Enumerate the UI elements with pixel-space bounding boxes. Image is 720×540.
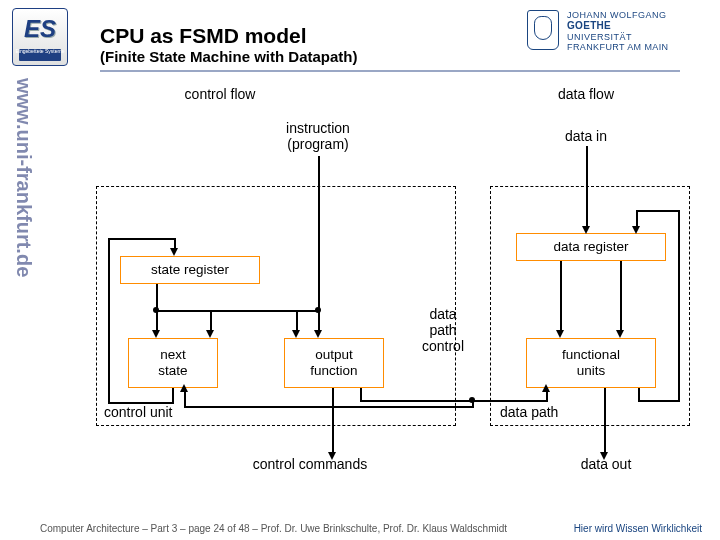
- footer: Computer Architecture – Part 3 – page 24…: [40, 523, 507, 534]
- next-state: next state: [128, 338, 218, 388]
- label-data-in: data in: [526, 128, 646, 144]
- label-data-flow: data flow: [526, 86, 646, 102]
- label-instruction: instruction(program): [258, 120, 378, 152]
- es-logo-caption: Eingebettete Systeme: [12, 48, 68, 54]
- uni-line4: FRANKFURT AM MAIN: [567, 42, 668, 52]
- title-rule: [100, 70, 680, 72]
- page-subtitle: (Finite State Machine with Datapath): [100, 48, 358, 65]
- es-logo: [12, 8, 68, 66]
- control-unit-box: [96, 186, 456, 426]
- university-logo: JOHANN WOLFGANG GOETHE UNIVERSITÄT FRANK…: [527, 10, 702, 60]
- state-register: state register: [120, 256, 260, 284]
- sidebar-watermark: [0, 70, 34, 488]
- diagram: control flow data flow instruction(progr…: [60, 78, 700, 510]
- output-function: output function: [284, 338, 384, 388]
- uni-line3: UNIVERSITÄT: [567, 32, 668, 42]
- data-path-box: [490, 186, 690, 426]
- page-title: CPU as FSMD model: [100, 24, 307, 48]
- crest-icon: [527, 10, 559, 50]
- label-control-flow: control flow: [160, 86, 280, 102]
- functional-units: functional units: [526, 338, 656, 388]
- label-data-path: data path: [500, 404, 600, 420]
- motto: Hier wird Wissen Wirklichkeit: [574, 523, 702, 534]
- uni-line1: JOHANN WOLFGANG: [567, 10, 668, 20]
- data-register: data register: [516, 233, 666, 261]
- label-control-commands: control commands: [230, 456, 390, 472]
- label-datapath-control: data path control: [408, 306, 478, 354]
